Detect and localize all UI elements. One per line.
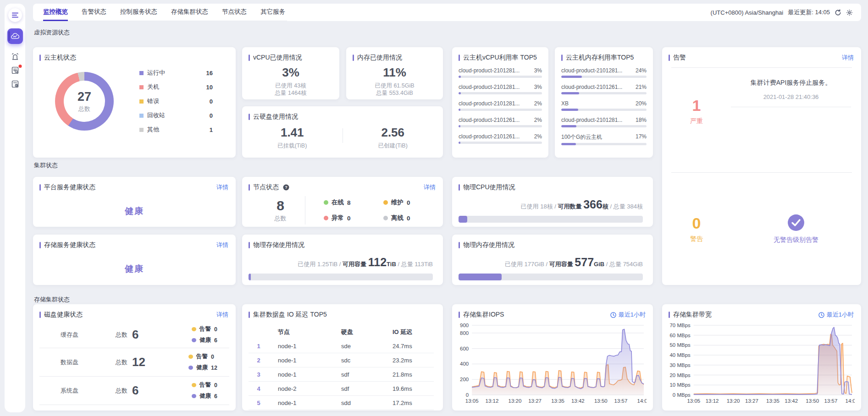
legend-swatch (139, 99, 144, 104)
alarm-detail-link[interactable]: 详情 (842, 54, 854, 62)
top5-item: cloud-product-2101261...2% (459, 133, 542, 144)
volume-created-value: 2.56 (343, 126, 443, 140)
title-accent-bar (39, 184, 41, 191)
alarm-message-block: 集群计费API服务停止服务。 2021-01-28 21:40:36 (731, 68, 861, 172)
title-accent-bar (39, 55, 41, 61)
table-row: 1node-1sde24.7ms (249, 339, 434, 353)
node-status-grid: 在线8 维护0 异常0 离线0 (324, 198, 443, 222)
node-state-item: 离线0 (383, 214, 443, 222)
status-dot (188, 355, 193, 359)
card-title: 存储集群IOPS (463, 311, 504, 319)
card-title: 磁盘健康状态 (44, 311, 83, 319)
svg-text:0: 0 (466, 392, 469, 398)
help-icon[interactable]: ? (283, 184, 289, 191)
physical-cpu-card: 物理CPU使用情况 已使用 18核 / 可用数量 366核 / 总量 384核 (452, 177, 653, 227)
progress-fill (459, 274, 502, 280)
card-title: 云硬盘使用情况 (253, 113, 298, 121)
critical-count: 1 (692, 97, 701, 115)
legend-value: 16 (206, 70, 213, 77)
svg-text:14:05: 14:05 (846, 398, 855, 404)
card-title: 存储服务健康状态 (44, 241, 95, 249)
tab-alarm-status[interactable]: 告警状态 (82, 4, 106, 21)
card-title: 存储集群带宽 (673, 311, 712, 319)
legend-swatch (139, 128, 144, 132)
tab-other-services[interactable]: 其它服务 (260, 4, 285, 21)
status-dot (192, 383, 196, 387)
svg-text:13:27: 13:27 (528, 398, 542, 404)
physical-storage-progressbar (249, 274, 433, 280)
sidebar-item-inspection[interactable] (11, 66, 19, 77)
refresh-icon[interactable] (835, 9, 841, 16)
critical-count-block: 1 严重 (662, 49, 731, 172)
title-accent-bar (39, 242, 41, 248)
iops-chart-card: 存储集群IOPS 最近1小时 020040060080090013:0513:1… (452, 304, 653, 411)
title-accent-bar (249, 55, 250, 61)
legend-label: 运行中 (147, 69, 165, 77)
storage-detail-link[interactable]: 详情 (216, 241, 228, 249)
svg-text:13:05: 13:05 (465, 398, 479, 404)
svg-text:13:50: 13:50 (806, 398, 819, 404)
active-item-indicator (8, 31, 10, 41)
sidebar-item-alarm[interactable] (11, 52, 19, 63)
legend-item: 错误0 (139, 97, 213, 106)
table-row: 4node-2sdf19.6ms (249, 382, 434, 396)
tab-storage-cluster-status[interactable]: 存储集群状态 (171, 4, 208, 21)
top5-item: cloud-product-2101261...2% (459, 117, 542, 127)
disk-row: 数据盘总数12 告警0 健康12 (39, 348, 229, 377)
check-circle-icon (787, 214, 805, 231)
svg-text:200: 200 (460, 377, 469, 382)
bandwidth-range-link[interactable]: 最近1小时 (818, 311, 854, 319)
volume-mounted: 1.41 已挂载(TiB) (242, 126, 343, 149)
vm-donut-center: 27 总数 (64, 81, 105, 122)
sidebar-item-report[interactable] (11, 80, 19, 90)
svg-text:20 MBps: 20 MBps (669, 372, 691, 378)
card-title-row: 云主机状态 (33, 47, 236, 62)
physical-storage-card: 物理存储使用情况 已使用 1.25TiB / 可用容量 112TiB / 总量 … (242, 235, 443, 285)
status-dot (188, 366, 193, 370)
status-dot (192, 338, 196, 342)
vcpu-detail: 已使用 43核总量 1464核 (242, 82, 339, 97)
legend-label: 回收站 (147, 111, 165, 120)
volume-created-label: 已创建(TiB) (343, 142, 443, 149)
top5-memory-card: 云主机内存利用率TOP5 cloud-product-2101281...24%… (555, 47, 653, 158)
card-title: 节点状态 (253, 183, 279, 192)
tab-node-status[interactable]: 节点状态 (222, 4, 247, 21)
legend-value: 0 (210, 112, 213, 119)
legend-item: 关机10 (139, 82, 213, 92)
legend-value: 0 (210, 98, 213, 105)
title-accent-bar (249, 114, 250, 120)
disk-row: 系统盘总数6 告警0 健康6 (39, 377, 229, 405)
card-title: 物理CPU使用情况 (463, 183, 515, 192)
no-warning-text: 无警告级别告警 (774, 236, 818, 244)
top5-item: cloud-product-2101281...2% (459, 100, 542, 111)
svg-text:13:50: 13:50 (594, 398, 608, 404)
top5-memory-list: cloud-product-2101281...24% cloud-produc… (555, 62, 653, 145)
legend-item: 其他1 (139, 125, 213, 134)
card-title: 云主机状态 (44, 54, 76, 62)
title-accent-bar (249, 242, 250, 248)
warning-count: 0 (692, 214, 701, 232)
iops-range-link[interactable]: 最近1小时 (610, 311, 646, 319)
gear-icon[interactable] (846, 9, 853, 16)
vm-total: 27 (77, 90, 91, 104)
menu-toggle-button[interactable] (8, 8, 22, 22)
svg-text:0 MBps: 0 MBps (673, 392, 691, 398)
physical-memory-progressbar (459, 274, 643, 280)
card-title: 物理内存使用情况 (463, 241, 514, 249)
top5-vcpu-list: cloud-product-2101281...3% cloud-product… (452, 62, 548, 144)
svg-text:400: 400 (460, 361, 469, 367)
tab-monitor-overview[interactable]: 监控概览 (43, 4, 68, 21)
memory-detail: 已使用 61.5GiB总量 553.4GiB (346, 82, 443, 97)
node-detail-link[interactable]: 详情 (424, 183, 436, 192)
section-cluster-status: 集群状态 (34, 161, 58, 170)
svg-text:13:12: 13:12 (706, 398, 719, 404)
top-header: 监控概览 告警状态 控制服务状态 存储集群状态 节点状态 其它服务 (UTC+0… (33, 4, 861, 21)
disk-detail-link[interactable]: 详情 (216, 311, 228, 319)
progress-fill (249, 274, 251, 280)
svg-text:13:05: 13:05 (687, 398, 700, 404)
platform-detail-link[interactable]: 详情 (216, 183, 228, 192)
tab-control-service-status[interactable]: 控制服务状态 (120, 4, 157, 21)
physical-cpu-stats: 已使用 18核 / 可用数量 366核 / 总量 384核 (452, 192, 653, 211)
platform-health-card: 平台服务健康状态详情 健康 (33, 177, 236, 227)
svg-text:70 MBps: 70 MBps (669, 323, 691, 328)
